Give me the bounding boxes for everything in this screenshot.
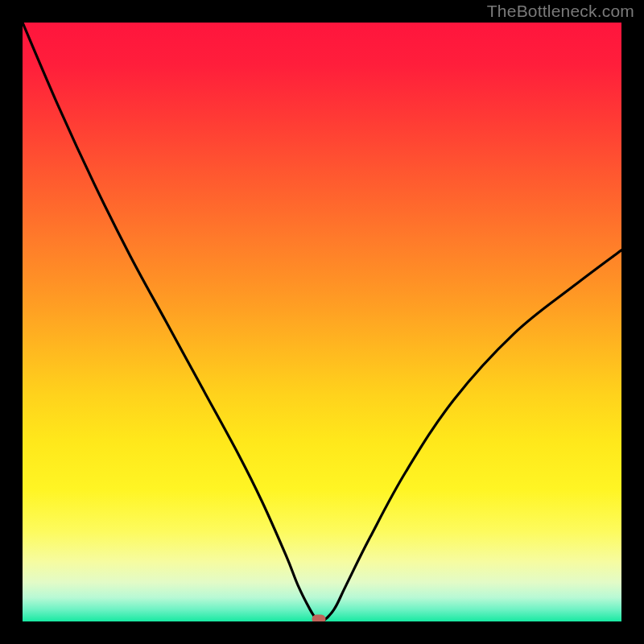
chart-frame: TheBottleneck.com xyxy=(0,0,644,644)
watermark-text: TheBottleneck.com xyxy=(487,2,634,21)
bottleneck-curve xyxy=(23,23,621,621)
plot-area xyxy=(23,23,621,621)
minimum-marker xyxy=(312,615,326,622)
